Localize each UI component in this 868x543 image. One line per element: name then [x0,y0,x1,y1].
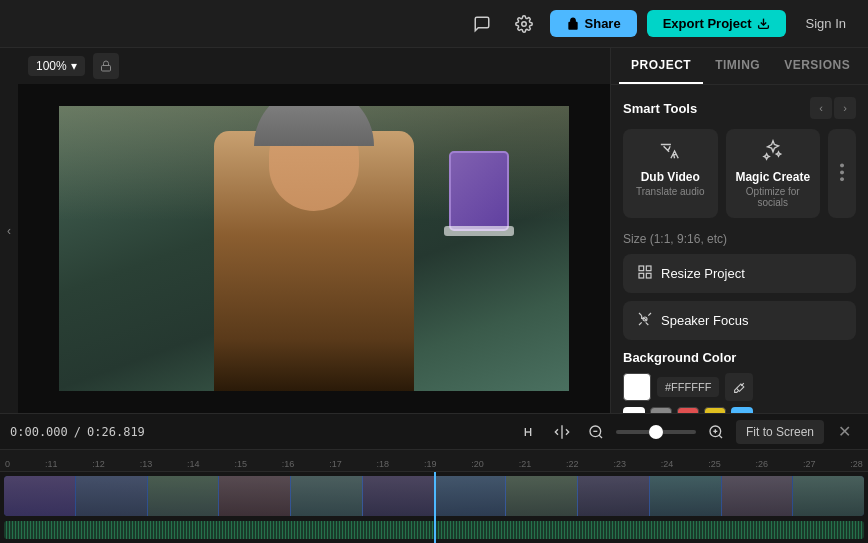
zoom-value: 100% [36,59,67,73]
ruler-mark: :23 [613,459,626,469]
bg-color-title: Background Color [623,350,856,365]
svg-rect-2 [101,66,110,72]
export-button[interactable]: Export Project [647,10,786,37]
track-thumbnail [435,476,506,516]
ruler-mark: :27 [803,459,816,469]
translate-icon [631,139,710,166]
left-arrow-icon: ‹ [7,224,11,238]
color-picker-row: #FFFFFF [623,373,856,401]
ruler-mark: :25 [708,459,721,469]
ruler-mark: :14 [187,459,200,469]
track-thumbnail [650,476,721,516]
smart-tools-header: Smart Tools ‹ › [623,97,856,119]
size-section: Size (1:1, 9:16, etc) Resize Project [623,232,856,340]
tab-project[interactable]: PROJECT [619,48,703,84]
ruler-mark: :18 [377,459,390,469]
bg-color-section: Background Color #FFFFFF [623,350,856,413]
dub-video-name: Dub Video [631,170,710,184]
timeline-tracks [0,472,868,543]
nav-prev-button[interactable]: ‹ [810,97,832,119]
smart-tools-title: Smart Tools [623,101,697,116]
svg-rect-6 [639,273,644,278]
timeline-section: 0:00.000 / 0:26.819 [0,413,868,543]
zoom-slider-thumb[interactable] [649,425,663,439]
timeline-ruler: 0 :11 :12 :13 :14 :15 :16 :17 :18 :19 :2… [0,450,868,472]
playhead[interactable] [434,472,436,543]
signin-button[interactable]: Sign In [796,10,856,37]
timeline-toolbar: 0:00.000 / 0:26.819 [0,414,868,450]
color-hex-value: #FFFFFF [657,377,719,397]
time-total: 0:26.819 [87,425,145,439]
zoom-in-button[interactable] [702,418,730,446]
magic-create-card[interactable]: Magic Create Optimize for socials [726,129,821,218]
zoom-out-button[interactable] [582,418,610,446]
ruler-marks-row: 0 :11 :12 :13 :14 :15 :16 :17 :18 :19 :2… [5,459,863,471]
magic-create-name: Magic Create [734,170,813,184]
eyedropper-button[interactable] [725,373,753,401]
fit-to-screen-button[interactable]: Fit to Screen [736,420,824,444]
current-color-swatch[interactable] [623,373,651,401]
speaker-focus-button[interactable]: Speaker Focus [623,301,856,340]
ruler-mark: :11 [45,459,58,469]
svg-rect-3 [639,266,644,271]
tab-timing[interactable]: TIMING [703,48,772,84]
zoom-slider-group [616,430,696,434]
topbar: Share Export Project Sign In [0,0,868,48]
more-tools-button[interactable]: ••• [828,129,856,218]
speaker-focus-icon [637,311,653,330]
svg-line-13 [599,435,602,438]
ruler-mark: :26 [756,459,769,469]
svg-point-0 [521,21,526,26]
split-button[interactable] [548,418,576,446]
ruler-mark: :17 [329,459,342,469]
close-button[interactable]: ✕ [830,418,858,446]
ripple-edit-button[interactable] [514,418,542,446]
left-panel-toggle[interactable]: ‹ [0,48,18,413]
track-thumbnail [291,476,362,516]
tab-versions[interactable]: VERSIONS [772,48,862,84]
video-section: 100% ▾ [18,48,610,413]
main-area: ‹ 100% ▾ [0,48,868,413]
ruler-mark: :28 [850,459,863,469]
resize-project-button[interactable]: Resize Project [623,254,856,293]
video-container [18,84,610,413]
ruler-mark: :21 [519,459,532,469]
nav-next-button[interactable]: › [834,97,856,119]
track-thumbnail [506,476,577,516]
size-label: Size (1:1, 9:16, etc) [623,232,856,246]
track-thumbnail [4,476,75,516]
zoom-slider[interactable] [616,430,696,434]
ruler-mark: :15 [234,459,247,469]
time-separator: / [74,425,81,439]
share-button[interactable]: Share [550,10,637,37]
svg-rect-5 [646,273,651,278]
video-frame [59,106,569,391]
ruler-mark: :16 [282,459,295,469]
magic-icon [734,139,813,166]
track-thumbnail [76,476,147,516]
ruler-mark: :13 [140,459,153,469]
video-toolbar: 100% ▾ [18,48,610,84]
smart-tools-nav: ‹ › [810,97,856,119]
ruler-mark: :19 [424,459,437,469]
right-panel: PROJECT TIMING VERSIONS Smart Tools ‹ › [610,48,868,413]
svg-rect-4 [646,266,651,271]
lock-button[interactable] [93,53,119,79]
magic-create-desc: Optimize for socials [734,186,813,208]
track-thumbnail [363,476,434,516]
time-display-group: 0:00.000 / 0:26.819 [10,425,145,439]
track-thumbnail [219,476,290,516]
ruler-mark: :24 [661,459,674,469]
track-thumbnail [722,476,793,516]
dub-video-desc: Translate audio [631,186,710,197]
track-thumbnail [148,476,219,516]
dub-video-card[interactable]: Dub Video Translate audio [623,129,718,218]
settings-icon[interactable] [508,8,540,40]
comments-icon[interactable] [466,8,498,40]
svg-line-16 [719,435,722,438]
timeline-controls: Fit to Screen ✕ [514,418,858,446]
time-current: 0:00.000 [10,425,68,439]
zoom-control[interactable]: 100% ▾ [28,56,85,76]
track-thumbnail [793,476,864,516]
ruler-mark: 0 [5,459,10,469]
